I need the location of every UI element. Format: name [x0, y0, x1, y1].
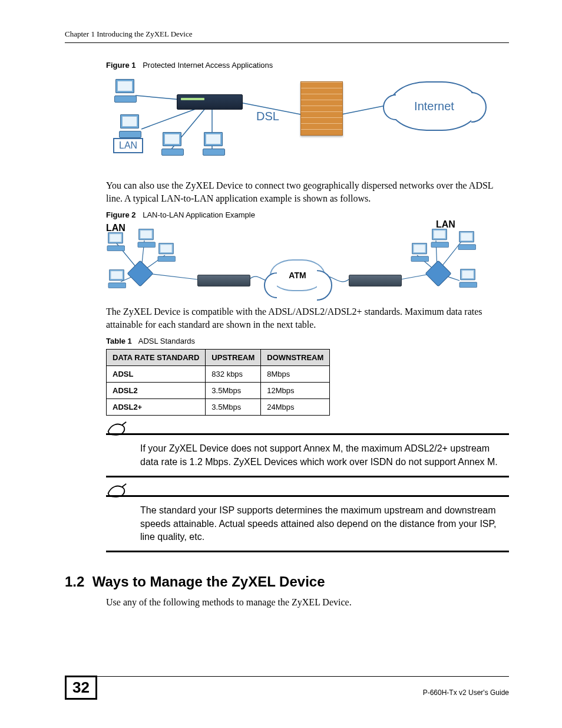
cell-down: 24Mbps: [261, 399, 330, 416]
table-row: ADSL 832 kbps 8Mbps: [107, 366, 330, 383]
figure1-label: Figure 1: [106, 61, 136, 70]
running-header: Chapter 1 Introducing the ZyXEL Device: [65, 29, 509, 43]
page-number: 32: [65, 676, 97, 700]
firewall-icon: [300, 81, 343, 136]
paragraph-2: The ZyXEL Device is compatible with the …: [106, 305, 509, 331]
section-title: Ways to Manage the ZyXEL Device: [92, 574, 325, 589]
note-1: If your ZyXEL Device does not support An…: [106, 433, 509, 477]
router-icon: [177, 94, 243, 110]
table1-caption-text: ADSL Standards: [138, 337, 195, 345]
cell-up: 832 kbps: [206, 366, 261, 383]
cell-up: 3.5Mbps: [206, 399, 261, 416]
table1-caption: Table 1 ADSL Standards: [106, 337, 509, 345]
figure2-diagram: LAN LAN ATM: [106, 223, 483, 299]
figure1-caption-text: Protected Internet Access Applications: [143, 61, 273, 70]
cell-std: ADSL: [107, 366, 206, 383]
figure2-caption-text: LAN-to-LAN Application Example: [143, 210, 255, 219]
footer-guide-title: P-660H-Tx v2 User's Guide: [423, 689, 509, 697]
paragraph-3: Use any of the following methods to mana…: [106, 596, 509, 609]
atm-cloud-icon: ATM: [270, 259, 325, 291]
col-header-upstream: UPSTREAM: [206, 350, 261, 366]
note-icon: [106, 421, 127, 440]
cell-down: 8Mbps: [261, 366, 330, 383]
table-row: ADSL2 3.5Mbps 12Mbps: [107, 383, 330, 399]
paragraph-1: You can also use the ZyXEL Device to con…: [106, 179, 509, 205]
table-header-row: DATA RATE STANDARD UPSTREAM DOWNSTREAM: [107, 350, 330, 366]
table-row: ADSL2+ 3.5Mbps 24Mbps: [107, 399, 330, 416]
note-1-text: If your ZyXEL Device does not support An…: [140, 442, 509, 469]
internet-cloud-icon: Internet: [389, 81, 480, 131]
lan-label: LAN: [113, 138, 143, 153]
note-2: The standard your ISP supports determine…: [106, 495, 509, 552]
cell-std: ADSL2+: [107, 399, 206, 416]
section-number: 1.2: [65, 574, 84, 589]
cell-down: 12Mbps: [261, 383, 330, 399]
note-2-text: The standard your ISP supports determine…: [140, 504, 509, 543]
page-footer: 32 P-660H-Tx v2 User's Guide: [65, 676, 509, 704]
figure1-caption: Figure 1 Protected Internet Access Appli…: [106, 61, 509, 70]
cell-up: 3.5Mbps: [206, 383, 261, 399]
note-icon: [106, 483, 127, 502]
dsl-label: DSL: [256, 110, 279, 123]
col-header-downstream: DOWNSTREAM: [261, 350, 330, 366]
col-header-standard: DATA RATE STANDARD: [107, 350, 206, 366]
internet-label: Internet: [414, 100, 454, 113]
figure2-caption: Figure 2 LAN-to-LAN Application Example: [106, 210, 509, 219]
atm-label: ATM: [289, 271, 306, 280]
figure1-diagram: LAN DSL Internet: [106, 73, 483, 173]
table1-label: Table 1: [106, 337, 132, 345]
adsl-standards-table: DATA RATE STANDARD UPSTREAM DOWNSTREAM A…: [106, 349, 330, 416]
modem-icon: [197, 275, 250, 286]
section-heading: 1.2 Ways to Manage the ZyXEL Device: [65, 574, 509, 590]
figure2-label: Figure 2: [106, 210, 136, 219]
modem-icon: [349, 275, 402, 286]
cell-std: ADSL2: [107, 383, 206, 399]
